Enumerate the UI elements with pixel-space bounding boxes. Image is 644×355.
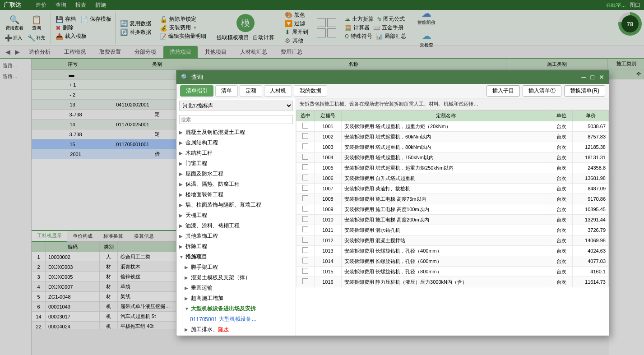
quota-no: 1008 xyxy=(315,194,342,204)
dialog-restore-button[interactable]: □ xyxy=(591,74,594,81)
tree-item[interactable]: ▼大型机械设备进出场及安拆 xyxy=(176,304,296,314)
tree-item[interactable]: ▶其他装饰工程 xyxy=(176,231,296,241)
tree-item[interactable]: ▶拆除工程 xyxy=(176,241,296,252)
quota-name: 安装拆卸费用 柴油打、拔桩机 xyxy=(342,184,550,194)
quota-table-row[interactable]: 1010 安装拆卸费用 施工电梯 高度200m以内 台次 13291.44 xyxy=(297,215,609,225)
tree-item[interactable]: ▶混凝土及钢筋混凝土工程 xyxy=(176,127,296,138)
quota-table-row[interactable]: 1008 安装拆卸费用 施工电梯 高度75m以内 台次 9170.86 xyxy=(297,194,609,204)
tree-item[interactable]: ▶屋面及防水工程 xyxy=(176,169,296,179)
quota-checkbox[interactable] xyxy=(302,154,308,160)
quota-name: 安装拆卸费用 长螺旋钻机，孔径（800mm） xyxy=(342,267,550,277)
quota-name: 安装拆卸费用 塔式起重机，起重力矩250kNm以内 xyxy=(342,163,550,173)
tree-item[interactable]: 011705001 大型机械设备… xyxy=(176,314,296,324)
replace-quota-button[interactable]: 替换清单(R) xyxy=(564,85,605,97)
dialog-tab-mydata[interactable]: 我的数据 xyxy=(294,85,327,97)
quota-table-row[interactable]: 1006 安装拆卸费用 自升式塔式起重机 台次 13681.98 xyxy=(297,173,609,184)
dialog-minimize-button[interactable]: ─ xyxy=(582,74,586,81)
quota-price: 12185.38 xyxy=(573,142,609,152)
tree-item[interactable]: ▶混凝土模板及支架（撑） xyxy=(176,272,296,283)
quota-table-row[interactable]: 1014 安装拆卸费用 长螺旋钻机，孔径（600mm） 台次 4077.03 xyxy=(297,256,609,267)
quota-price: 4024.63 xyxy=(573,246,609,256)
quota-table-row[interactable]: 1013 安装拆卸费用 长螺旋钻机，孔径（400mm） 台次 4024.63 xyxy=(297,246,609,256)
quota-checkbox[interactable] xyxy=(302,258,308,263)
quota-checkbox[interactable] xyxy=(302,164,308,170)
filter-select[interactable]: 河北12指标库 xyxy=(179,101,293,111)
quota-name: 安装拆卸费用 塔式起重机，80kNm以内 xyxy=(342,142,550,152)
quota-price: 4077.03 xyxy=(573,256,609,267)
quota-checkbox[interactable] xyxy=(302,247,308,253)
quota-unit: 台次 xyxy=(550,132,573,142)
quota-price: 8757.83 xyxy=(573,132,609,142)
quota-unit: 台次 xyxy=(550,235,573,246)
quota-table-row[interactable]: 1004 安装拆卸费用 塔式起重机，150kNm以内 台次 18131.31 xyxy=(297,152,609,163)
quota-price: 11614.73 xyxy=(573,277,609,287)
tree-item[interactable]: ▶楼地面装饰工程 xyxy=(176,189,296,200)
tree-item[interactable]: ▶墙、柱面装饰与隔断、幕墙工程 xyxy=(176,200,296,210)
quota-price: 8487.09 xyxy=(573,184,609,194)
quota-checkbox[interactable] xyxy=(302,133,308,139)
quota-no: 1005 xyxy=(315,163,342,173)
quota-name: 安装拆卸费用 静力压桩机（液压）压力3000kN内（含） xyxy=(342,277,550,287)
quota-no: 1001 xyxy=(315,121,342,132)
quota-checkbox[interactable] xyxy=(302,123,308,129)
quota-checkbox[interactable] xyxy=(302,185,308,191)
quota-table-row[interactable]: 1001 安装拆卸费用 塔式起重机，起重力矩（20kNm） 台次 5038.67 xyxy=(297,121,609,132)
quota-checkbox[interactable] xyxy=(302,195,308,201)
dialog-close-button[interactable]: ✕ xyxy=(599,74,604,81)
dialog-tab-qingdan-zhiyin[interactable]: 清单指引 xyxy=(180,85,213,97)
quota-name: 安装拆卸费用 塔式起重机，150kNm以内 xyxy=(342,152,550,163)
quota-table-row[interactable]: 1011 安装拆卸费用 潜水钻孔机 台次 3726.79 xyxy=(297,225,609,235)
dialog-left-panel: 河北12指标库 ▶混凝土及钢筋混凝土工程▶金属结构工程▶木结构工程▶门窗工程▶屋… xyxy=(176,98,296,336)
dialog-tab-rencaiji[interactable]: 人材机 xyxy=(264,85,292,97)
quota-table-row[interactable]: 1012 安装拆卸费用 混凝土搅拌站 台次 14069.98 xyxy=(297,235,609,246)
tree-item[interactable]: ▶垂直运输 xyxy=(176,283,296,293)
query-dialog: 🔍 查询 ─ □ ✕ 清单指引 清单 定额 人材机 我的数据 插入子目 插入清单… xyxy=(176,70,609,336)
quota-checkbox[interactable] xyxy=(302,206,308,212)
quota-unit: 台次 xyxy=(550,194,573,204)
quota-unit: 台次 xyxy=(550,173,573,184)
quota-table-row[interactable]: 1003 安装拆卸费用 塔式起重机，80kNm以内 台次 12185.38 xyxy=(297,142,609,152)
quota-checkbox[interactable] xyxy=(302,226,308,232)
quota-checkbox[interactable] xyxy=(302,175,308,180)
tree-item[interactable]: ▶油漆、涂料、裱糊工程 xyxy=(176,221,296,231)
quota-checkbox[interactable] xyxy=(302,216,308,222)
quota-table-row[interactable]: 1009 安装拆卸费用 施工电梯 高度100m以内 台次 10895.45 xyxy=(297,204,609,215)
tree-item[interactable]: ▶金属结构工程 xyxy=(176,138,296,148)
tree-item[interactable]: ▶安全文明施工及其他措施项目 xyxy=(176,335,296,336)
dialog-title: 查询 xyxy=(191,73,203,81)
quota-table-row[interactable]: 1016 安装拆卸费用 静力压桩机（液压）压力3000kN内（含） 台次 116… xyxy=(297,277,609,287)
quota-checkbox[interactable] xyxy=(302,278,308,284)
tree-item[interactable]: ▶天棚工程 xyxy=(176,210,296,221)
dialog-tab-dinee[interactable]: 定额 xyxy=(240,85,262,97)
quota-price: 14069.98 xyxy=(573,235,609,246)
quota-no: 1015 xyxy=(315,267,342,277)
quota-table-row[interactable]: 1015 安装拆卸费用 长螺旋钻机，孔径（800mm） 台次 4160.1 xyxy=(297,267,609,277)
insert-child-button[interactable]: 插入子目 xyxy=(486,85,520,97)
insert-quota-button[interactable]: 插入清单① xyxy=(523,85,561,97)
tree-item[interactable]: ▶木结构工程 xyxy=(176,148,296,158)
tree-item[interactable]: ▶施工排水、降水 xyxy=(176,324,296,335)
quota-name: 安装拆卸费用 施工电梯 高度75m以内 xyxy=(342,194,550,204)
tree-item[interactable]: ▼措施项目 xyxy=(176,252,296,262)
quota-unit: 台次 xyxy=(550,277,573,287)
quota-checkbox[interactable] xyxy=(302,143,308,149)
quota-name: 安装拆卸费用 长螺旋钻机，孔径（600mm） xyxy=(342,256,550,267)
quota-checkbox[interactable] xyxy=(302,237,308,243)
quota-unit: 台次 xyxy=(550,121,573,132)
quota-name: 安装拆卸费用 自升式塔式起重机 xyxy=(342,173,550,184)
tree-item[interactable]: ▶门窗工程 xyxy=(176,158,296,169)
tree-item[interactable]: ▶超高施工增加 xyxy=(176,293,296,304)
quota-table-row[interactable]: 1007 安装拆卸费用 柴油打、拔桩机 台次 8487.09 xyxy=(297,184,609,194)
quota-name: 安装拆卸费用 塔式起重机，起重力矩（20kNm） xyxy=(342,121,550,132)
tree-item[interactable]: ▶保温、隔热、防腐工程 xyxy=(176,179,296,189)
quota-no: 1003 xyxy=(315,142,342,152)
quota-col-no: 定额号 xyxy=(315,111,342,121)
quota-name: 安装拆卸费用 施工电梯 高度100m以内 xyxy=(342,204,550,215)
tree-item[interactable]: ▶脚手架工程 xyxy=(176,262,296,272)
search-input[interactable] xyxy=(179,115,293,124)
quota-table-row[interactable]: 1005 安装拆卸费用 塔式起重机，起重力矩250kNm以内 台次 24358.… xyxy=(297,163,609,173)
quota-table-row[interactable]: 1002 安装拆卸费用 塔式起重机，60kNm以内 台次 8757.83 xyxy=(297,132,609,142)
dialog-tab-qingdan[interactable]: 清单 xyxy=(215,85,238,97)
quota-checkbox[interactable] xyxy=(302,268,308,274)
quota-name: 安装拆卸费用 混凝土搅拌站 xyxy=(342,235,550,246)
